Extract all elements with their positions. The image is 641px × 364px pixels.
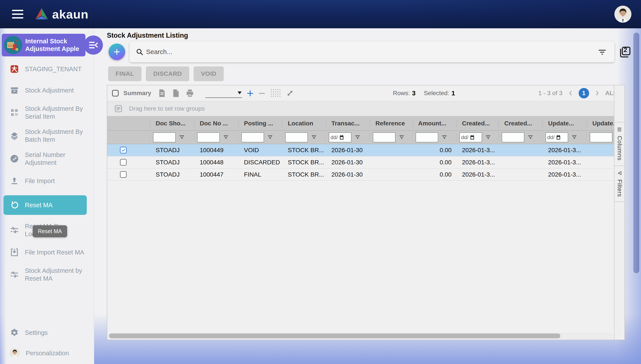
cell: 1000447: [194, 168, 238, 180]
horizontal-scrollbar[interactable]: [108, 333, 613, 339]
page-size-select[interactable]: [205, 88, 242, 98]
column-header-transac-4[interactable]: Transac...: [326, 116, 370, 130]
filter-cell-3: [282, 130, 326, 144]
cell: [587, 168, 614, 180]
filter-input[interactable]: [153, 132, 176, 142]
column-header-update-10[interactable]: Update...: [587, 116, 614, 130]
date-placeholder: dd/: [547, 134, 554, 140]
filter-input[interactable]: dd/: [545, 132, 568, 142]
vertical-scrollbar[interactable]: [632, 30, 640, 362]
filter-input[interactable]: [285, 132, 308, 142]
duplicate-tabs-icon[interactable]: 2: [618, 46, 631, 59]
tool-panel-tab-columns[interactable]: Columns: [614, 122, 624, 166]
export-file-icon[interactable]: [157, 88, 167, 98]
cell: DISCARDED: [238, 156, 282, 168]
tab-count-badge: 2: [623, 46, 627, 54]
sidebar-item-file-import-reset-ma[interactable]: File Import Reset MA: [0, 245, 94, 259]
print-icon[interactable]: [185, 88, 194, 98]
summary-checkbox[interactable]: [112, 90, 119, 96]
sidebar-item-file-import[interactable]: File Import: [0, 174, 94, 188]
filter-funnel-icon[interactable]: [441, 134, 447, 140]
filter-funnel-icon[interactable]: [485, 134, 491, 140]
column-header-doc-sho-0[interactable]: Doc Sho...: [150, 116, 194, 130]
tool-panel-tab-filters[interactable]: Filters: [614, 166, 624, 202]
sidebar-item-settings[interactable]: Settings: [10, 328, 69, 338]
calendar-icon: [555, 134, 561, 140]
column-header-amount-6[interactable]: Amount...: [412, 116, 456, 130]
column-header-update-9[interactable]: Update...: [542, 116, 587, 130]
void-button[interactable]: VOID: [194, 66, 224, 81]
table-row[interactable]: STOADJ1000447FINALSTOCK BR...2026-01-300…: [107, 168, 614, 181]
row-group-dropzone[interactable]: Drag here to set row groups: [107, 101, 624, 116]
column-header-created-7[interactable]: Created...: [456, 116, 499, 130]
module-header[interactable]: Internal Stock Adjustment Apple: [2, 34, 85, 56]
column-header-location-3[interactable]: Location: [282, 116, 326, 130]
discard-button[interactable]: DISCARD: [146, 66, 189, 81]
sidebar-item-stock-adjustment[interactable]: Stock Adjustment: [0, 84, 94, 97]
add-row-icon[interactable]: +: [247, 89, 254, 98]
sidebar-footer: SettingsPersonalization: [10, 328, 69, 358]
download-icon: [10, 248, 19, 257]
module-app-icon: [4, 36, 22, 54]
sidebar-item-serial-number-adjustment[interactable]: Serial Number Adjustment: [0, 151, 94, 166]
cell: STOCK BR...: [282, 156, 326, 168]
horizontal-scrollbar-thumb[interactable]: [109, 334, 560, 338]
date-placeholder: dd/: [461, 134, 468, 140]
column-header-created-8[interactable]: Created...: [499, 116, 542, 130]
grid-view-icon[interactable]: [270, 88, 281, 98]
filter-input[interactable]: dd/: [459, 132, 482, 142]
cell: VOID: [238, 144, 282, 156]
filter-funnel-icon[interactable]: [571, 134, 577, 140]
final-button[interactable]: FINAL: [108, 66, 141, 81]
filter-funnel-icon[interactable]: [267, 134, 273, 140]
filter-input[interactable]: [415, 132, 438, 142]
filter-funnel-icon[interactable]: [527, 134, 534, 140]
filter-funnel-icon[interactable]: [354, 134, 361, 140]
next-page-icon[interactable]: [594, 90, 600, 96]
sidebar-collapse-button[interactable]: [84, 36, 103, 55]
expand-icon[interactable]: [285, 88, 295, 98]
sidebar: Internal Stock Adjustment Apple STAGING_…: [0, 28, 94, 364]
filter-input[interactable]: dd/: [329, 132, 351, 142]
row-checkbox[interactable]: [120, 171, 127, 178]
table-row[interactable]: STOADJ1000449VOIDSTOCK BR...2026-01-300.…: [107, 144, 614, 156]
row-counts: Rows: 3 Selected: 1: [393, 85, 455, 101]
row-checkbox[interactable]: [120, 159, 127, 166]
sidebar-item-reset-ma[interactable]: Reset MA: [4, 195, 87, 215]
filter-funnel-icon[interactable]: [398, 134, 405, 140]
filter-input[interactable]: [373, 132, 395, 142]
sidebar-item-stock-adjustment-by-reset-ma[interactable]: Stock Adjustment by Reset MA: [0, 267, 94, 282]
filter-input[interactable]: [197, 132, 220, 142]
add-button[interactable]: +: [109, 44, 125, 60]
filter-input[interactable]: [590, 132, 612, 142]
previous-page-icon[interactable]: [567, 90, 574, 96]
user-avatar[interactable]: [614, 6, 631, 23]
column-header-reference-5[interactable]: Reference: [370, 116, 412, 130]
column-header-doc-no-1[interactable]: Doc No ...: [194, 116, 238, 130]
file-icon[interactable]: [171, 88, 180, 98]
filter-cell-9: dd/: [542, 130, 587, 144]
filter-input[interactable]: [241, 132, 264, 142]
filter-funnel-icon[interactable]: [179, 134, 185, 140]
sidebar-item-stock-adjustment-by-batch-item[interactable]: Stock Adjustment By Batch Item: [0, 128, 94, 144]
remove-row-icon[interactable]: −: [258, 89, 265, 98]
row-group-icon: [114, 104, 123, 113]
hamburger-menu-icon[interactable]: [12, 10, 23, 18]
filter-icon[interactable]: [597, 47, 607, 56]
filter-input[interactable]: [502, 132, 524, 142]
column-header-posting-2[interactable]: Posting ...: [238, 116, 282, 130]
row-checkbox[interactable]: [120, 147, 127, 154]
sidebar-item-personalization[interactable]: Personalization: [10, 348, 69, 358]
sidebar-item-staging-tenant[interactable]: STAGING_TENANT: [0, 62, 94, 76]
vertical-scrollbar-thumb[interactable]: [633, 33, 639, 273]
cell: [587, 156, 614, 168]
filter-funnel-icon[interactable]: [311, 134, 317, 140]
current-page-button[interactable]: 1: [579, 88, 589, 98]
filter-funnel-icon[interactable]: [223, 134, 229, 140]
brand-logo[interactable]: akaun: [34, 7, 89, 21]
user-photo-icon: [10, 348, 20, 358]
table-row[interactable]: STOADJ1000448DISCARDEDSTOCK BR...2026-01…: [107, 156, 614, 168]
search-input[interactable]: [146, 48, 597, 56]
sidebar-item-stock-adjustment-by-serial-item[interactable]: Stock Adjustment By Serial Item: [0, 105, 94, 120]
cell: STOADJ: [150, 156, 194, 168]
